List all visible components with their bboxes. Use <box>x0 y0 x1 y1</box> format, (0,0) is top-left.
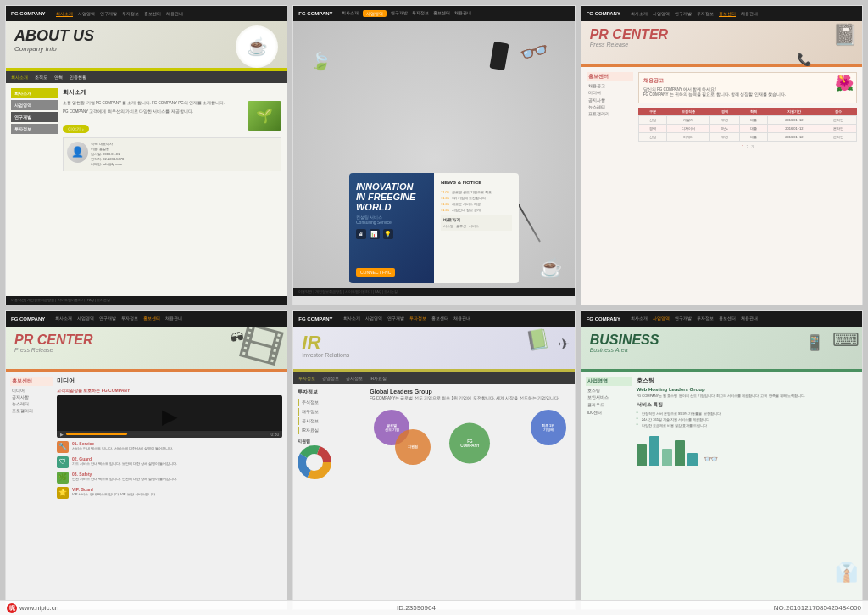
panel4-play-control[interactable]: ▶ <box>60 432 64 437</box>
panel5-nav-4[interactable]: 투자정보 <box>409 316 426 321</box>
panel3-page-1[interactable]: 1 <box>742 144 744 149</box>
panel5-hero: IR Investor Relations 📗 ✈ <box>293 327 574 369</box>
panel4-video-box[interactable]: ▶ ▶ 0:30 <box>57 395 282 438</box>
panel5-plane-icon: ✈ <box>558 335 570 354</box>
panel2-nav-2[interactable]: 사업영역 <box>363 10 387 17</box>
panel5-nav-6[interactable]: 채용관내 <box>453 316 470 321</box>
panel5-subnav-3[interactable]: 공시정보 <box>346 376 363 381</box>
panel5-subnav-2[interactable]: 경영정보 <box>322 376 339 381</box>
nipic-bar: 昵 www.nipic.cn ID:23596964 NO:2016121708… <box>0 600 868 615</box>
panel5-invest-3[interactable]: 공시정보 <box>298 417 365 425</box>
panel5-invest-4[interactable]: IR자료실 <box>298 427 365 434</box>
panel6-nav-6[interactable]: 채용관내 <box>741 316 758 321</box>
panel4-service-text-2: 가드 서비스 안내 텍스트 입니다. 보안에 대한 상세 설명이 들어갑니다. <box>72 461 177 467</box>
panel3-sidebar-4[interactable]: 뉴스레터 <box>587 104 633 111</box>
panel5-subnav-1[interactable]: 투자정보 <box>298 376 315 381</box>
panel1-nav-about[interactable]: 회사소개 <box>56 11 73 17</box>
panel5-nav-3[interactable]: 연구개발 <box>387 316 404 321</box>
panel4-sidebar-4[interactable]: 포토갤러리 <box>10 408 53 415</box>
panel6-nav-2[interactable]: 사업영역 <box>653 316 670 321</box>
panel5-invest-2[interactable]: 재무정보 <box>298 408 365 416</box>
panel1-subnav-3[interactable]: 연혁 <box>54 75 63 80</box>
panel1-sidebar-2[interactable]: 사업영역 <box>11 100 58 110</box>
panel2-quick-3[interactable]: 서비스 <box>469 224 479 228</box>
panel4-nav-1[interactable]: 회사소개 <box>55 316 72 321</box>
panel1-sidebar-3[interactable]: 연구개발 <box>11 112 58 122</box>
panel1-profile-box: 👤 직책: 대표이사 이름: 홍길동 입사일: 2010.01.01 연락처: … <box>63 137 281 171</box>
panel2-nav-3[interactable]: 연구개발 <box>391 10 408 17</box>
panel1-more-button[interactable]: 이야기 › <box>63 125 89 133</box>
panel6-nav-3[interactable]: 연구개발 <box>675 316 692 321</box>
panel4-sidebar-2[interactable]: 공지사항 <box>10 394 53 401</box>
panel3-nav-3[interactable]: 연구개발 <box>675 11 692 17</box>
panel2-icon-1: 🖥 <box>356 229 366 239</box>
panel6-sidebar-4[interactable]: IDC센터 <box>586 410 632 417</box>
panel5-nav-5[interactable]: 홍보센터 <box>431 316 448 321</box>
panel3-table-col-1: 구분 <box>638 108 666 116</box>
panel5-nav-2[interactable]: 사업영역 <box>365 316 382 321</box>
panel1-nav-biz[interactable]: 사업영역 <box>78 11 95 17</box>
panel3-table-col-6: 접수 <box>821 108 856 116</box>
panel3-nav-6[interactable]: 채용관내 <box>741 11 758 17</box>
panel6-sidebar-3[interactable]: 클라우드 <box>586 402 632 410</box>
panel3-hero-subtitle: Press Release <box>590 42 854 48</box>
panel4-service-icon-1: 🔧 <box>57 441 69 453</box>
panel3-cell: 무관 <box>710 132 740 141</box>
panel6-nav-4[interactable]: 투자정보 <box>697 316 714 321</box>
panel3-page-3[interactable]: 3 <box>751 144 754 149</box>
panel6-sidebar-1[interactable]: 호스팅 <box>586 388 632 395</box>
panel3-sidebar-1[interactable]: 채용공고 <box>587 83 633 90</box>
panel3-sidebar-2[interactable]: 미디어 <box>587 90 633 97</box>
panel1-sidebar-4[interactable]: 투자정보 <box>11 124 58 134</box>
panel4-nav-4[interactable]: 투자정보 <box>121 316 138 321</box>
panel2-news-2: 11.05 1위 기업에 도전합니다 <box>441 196 512 200</box>
panel5-circle-center: FGCOMPANY <box>449 422 490 463</box>
panel1-subnav-active[interactable]: 회사소개 <box>11 75 28 80</box>
table-row: 경력 디자이너 3년+ 대졸 2016.01~12 온라인 <box>638 124 856 132</box>
panel4-progress-bar[interactable] <box>66 433 269 435</box>
panel2-nav-1[interactable]: 회사소개 <box>342 10 359 17</box>
panel2-nav-4[interactable]: 투자정보 <box>412 10 429 17</box>
panel4-nav-2[interactable]: 사업영역 <box>77 316 94 321</box>
panel6-nav-1[interactable]: 회사소개 <box>631 316 648 321</box>
panel5-subnav-4[interactable]: IR자료실 <box>370 376 387 381</box>
panel2-book-right: NEWS & NOTICE 11.05 글로벌 선도 기업으로 최초 11.05… <box>434 173 519 283</box>
panel2-nav-5[interactable]: 홍보센터 <box>433 10 450 17</box>
panel3-sidebar-3[interactable]: 공지사항 <box>587 98 633 104</box>
panel4-sidebar-1[interactable]: 미디어 <box>10 388 53 394</box>
panel4-nav-3[interactable]: 연구개발 <box>99 316 116 321</box>
panel1-subnav-2[interactable]: 조직도 <box>35 75 47 80</box>
panel2-connect-button[interactable]: CONNECT FNC <box>356 268 395 277</box>
panel1-nav-invest[interactable]: 투자정보 <box>122 11 139 17</box>
panel1-profile-row: 👤 직책: 대표이사 이름: 홍길동 입사일: 2010.01.01 연락처: … <box>67 142 277 167</box>
panel3-nav-5[interactable]: 홍보센터 <box>719 11 736 17</box>
panel1-subnav-4[interactable]: 인증현황 <box>70 75 86 80</box>
panel2-nav-6[interactable]: 채용관내 <box>454 10 471 17</box>
panel1-nav-rd[interactable]: 연구개발 <box>100 11 117 17</box>
panel1-sidebar-1[interactable]: 회사소개 <box>11 88 58 98</box>
panel4-nav-5[interactable]: 홍보센터 <box>143 316 160 321</box>
panel4-nav-6[interactable]: 채용관내 <box>165 316 182 321</box>
panel3-sidebar-5[interactable]: 포토갤러리 <box>587 111 633 118</box>
panel3-cell: 온라인 <box>821 132 856 141</box>
panel3-nav-1[interactable]: 회사소개 <box>631 11 648 17</box>
panel2-quick-2[interactable]: 솔루션 <box>456 224 466 228</box>
panel2-news-text-2: 1위 기업에 도전합니다 <box>452 196 486 200</box>
panel3-table-col-4: 학력 <box>739 108 767 116</box>
panel3-table-col-2: 모집직종 <box>666 108 709 116</box>
panel5-invest-1[interactable]: 주식정보 <box>298 399 365 406</box>
panel2-quick-1[interactable]: 시스템 <box>443 224 453 228</box>
panel1-nav-pr[interactable]: 홍보센터 <box>144 11 161 17</box>
panel3-page-2[interactable]: 2 <box>746 144 748 149</box>
panel3-nav-4[interactable]: 투자정보 <box>697 11 714 17</box>
panel6-nav-5[interactable]: 홍보센터 <box>719 316 736 321</box>
panel6-sidebar-2[interactable]: 보안서비스 <box>586 394 632 402</box>
panel5-nav-1[interactable]: 회사소개 <box>343 316 360 321</box>
panel6-logo: FG COMPANY <box>587 316 620 321</box>
panel1-nav-recruit[interactable]: 채용관내 <box>166 11 183 17</box>
panel3-nav-2[interactable]: 사업영역 <box>653 11 670 17</box>
panel3-recruit-title: 채용공고 <box>643 77 852 85</box>
panel5-invest-title: 투자정보 <box>298 389 365 396</box>
panel4-sidebar-3[interactable]: 뉴스레터 <box>10 401 53 408</box>
panel1-btn-arrow-icon: › <box>82 126 84 131</box>
